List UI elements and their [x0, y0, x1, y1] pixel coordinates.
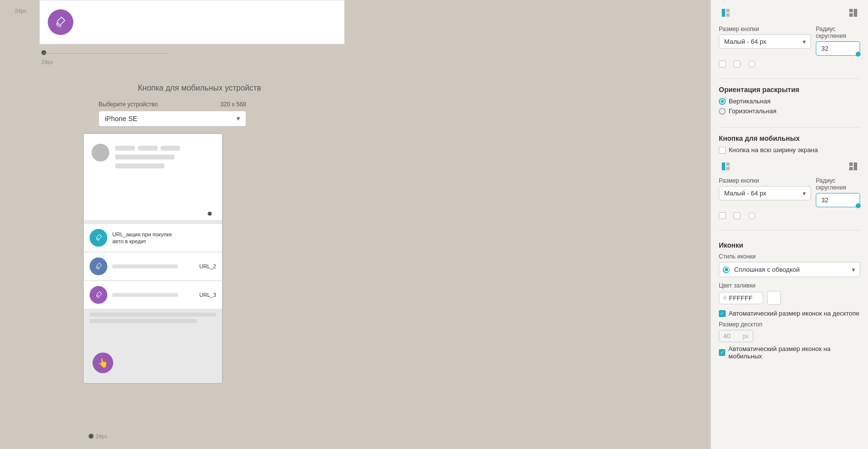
- divider-3: [719, 230, 860, 230]
- radius-input-wrap: [816, 41, 860, 56]
- color-swatch[interactable]: [767, 291, 781, 305]
- text-line-5: [115, 163, 164, 168]
- icons-section: Иконки Стиль иконки Сплошная с обводкой …: [719, 239, 860, 364]
- checkbox-empty-2[interactable]: [734, 61, 740, 67]
- text-line-4: [115, 155, 174, 160]
- fullwidth-checkbox[interactable]: [719, 147, 726, 154]
- mobile-button-section: Кнопка для мобильных Кнопка на всю ширин…: [719, 132, 860, 158]
- auto-mobile-label: Автоматический размер иконок на мобильны…: [728, 345, 860, 360]
- svg-rect-1: [726, 9, 730, 12]
- layout-left-button-2[interactable]: [719, 160, 733, 173]
- svg-rect-10: [849, 167, 853, 170]
- mobile-size-select-wrap: Малый - 64 рх Средний - 80 рх ▼: [719, 186, 811, 200]
- menu-line-3-1: [112, 293, 178, 297]
- checkbox-empty-1[interactable]: [719, 61, 726, 67]
- phone-gray-lines: [84, 310, 222, 326]
- auto-mobile-checkbox-row: Автоматический размер иконок на мобильны…: [719, 345, 860, 360]
- radio-vertical-label: Вертикальная: [729, 97, 771, 105]
- size-form-group: Размер кнопки Малый - 64 рх Средний - 80…: [719, 26, 811, 49]
- size-label: Размер кнопки: [719, 26, 811, 32]
- device-select[interactable]: iPhone SE iPhone 12 Samsung Galaxy S21: [98, 111, 246, 127]
- mobile-radius-form-group: Радиус скругления: [816, 177, 860, 207]
- mobile-button-title: Кнопка для мобильных: [719, 134, 860, 142]
- checkbox-row-2: [719, 212, 860, 219]
- layout-right-button[interactable]: [846, 6, 860, 20]
- checkbox-empty-3[interactable]: [719, 212, 726, 219]
- auto-desktop-label: Автоматический размер иконок на десктопе: [729, 310, 860, 317]
- mobile-size-form-row: Размер кнопки Малый - 64 рх Средний - 80…: [719, 177, 860, 207]
- layout-left-icon-2: [721, 161, 731, 171]
- size-row: рх: [719, 330, 860, 342]
- menu-item-3: 🏷 URL_3: [84, 281, 222, 309]
- fullwidth-label: Кнопка на всю ширину экрана: [729, 146, 818, 154]
- icon-style-label: Стиль иконки: [719, 253, 860, 260]
- ruler-left-label: 24px: [41, 59, 53, 65]
- checkbox-row-1: [719, 61, 860, 67]
- menu-icon-1: 🏷: [90, 229, 107, 247]
- phone-gray: 🏷 URL_акция при покупкеавто в кредит 🏷 U…: [84, 220, 222, 383]
- menu-lines-3: [112, 293, 194, 297]
- ruler-bottom-label: 24px: [96, 433, 107, 439]
- icon-style-select[interactable]: Сплошная с обводкой Контурная Заливка: [719, 262, 860, 277]
- orientation-section: Ориентация раскрытия Вертикальная Горизо…: [719, 84, 860, 117]
- size-input-wrap: рх: [719, 330, 753, 342]
- icon-style-select-wrap: Сплошная с обводкой Контурная Заливка ▼: [719, 262, 860, 277]
- menu-text-3: URL_3: [199, 291, 216, 298]
- orientation-title: Ориентация раскрытия: [719, 86, 860, 94]
- menu-text-2: URL_2: [199, 263, 216, 270]
- auto-mobile-checkbox[interactable]: [719, 349, 725, 356]
- device-selector-wrap: iPhone SE iPhone 12 Samsung Galaxy S21 ▼: [98, 111, 246, 127]
- radius-input[interactable]: [816, 41, 860, 56]
- color-row: #: [719, 291, 860, 305]
- menu-line-2-1: [112, 264, 178, 268]
- mobile-radius-input-wrap: [816, 193, 860, 207]
- divider-1: [719, 78, 860, 79]
- checkbox-item-2: [734, 61, 740, 67]
- layout-right-button-2[interactable]: [846, 160, 860, 173]
- radio-empty-1[interactable]: [748, 61, 755, 67]
- ruler-dot-top: [41, 50, 46, 55]
- radio-horizontal-circle[interactable]: [719, 108, 726, 115]
- size-select[interactable]: Малый - 64 рх Средний - 80 рх Большой - …: [719, 34, 811, 49]
- svg-rect-5: [854, 9, 857, 17]
- color-value-input[interactable]: [729, 294, 759, 302]
- radio-vertical-circle[interactable]: [719, 98, 726, 105]
- svg-rect-7: [726, 162, 730, 166]
- right-panel: Размер кнопки Малый - 64 рх Средний - 80…: [710, 0, 868, 449]
- mobile-radius-input[interactable]: [816, 193, 860, 207]
- checkbox-item-1: [719, 61, 726, 67]
- checkbox-item-4: [719, 212, 726, 219]
- icon-btn-row-top: [719, 6, 860, 20]
- radius-slider-dot: [856, 52, 861, 57]
- gray-line-1: [90, 313, 216, 317]
- icon-btn-row-bottom: [719, 160, 860, 173]
- mobile-size-select[interactable]: Малый - 64 рх Средний - 80 рх: [719, 186, 811, 200]
- gray-line-2: [90, 319, 197, 323]
- svg-rect-0: [722, 9, 725, 17]
- text-line-3: [161, 146, 180, 151]
- auto-desktop-checkbox[interactable]: [719, 310, 726, 317]
- svg-rect-9: [849, 162, 853, 166]
- top-card: 🏷: [39, 0, 345, 44]
- phone-top: [84, 134, 222, 220]
- mobile-radius-slider-dot: [856, 203, 861, 208]
- layout-left-icon: [721, 8, 731, 18]
- radio-empty-2[interactable]: [748, 212, 755, 219]
- auto-desktop-checkbox-row: Автоматический размер иконок на десктопе: [719, 310, 860, 317]
- layout-left-button[interactable]: [719, 6, 733, 20]
- checkbox-item-5: [734, 212, 740, 219]
- canvas-area: 24px 24px 🏷 Кнопка для мобильных устройс…: [0, 0, 710, 449]
- mobile-size-form-group: Размер кнопки Малый - 64 рх Средний - 80…: [719, 177, 811, 200]
- floating-fab[interactable]: 👆: [93, 353, 113, 373]
- radio-vertical: Вертикальная: [719, 97, 860, 105]
- button-size-section: Размер кнопки Малый - 64 рх Средний - 80…: [719, 26, 860, 61]
- ruler-top-label: 24px: [15, 8, 27, 14]
- checkbox-empty-4[interactable]: [734, 212, 740, 219]
- text-line-1: [115, 146, 135, 151]
- menu-icon-2: 🏷: [90, 257, 107, 275]
- size-form-row: Размер кнопки Малый - 64 рх Средний - 80…: [719, 26, 860, 56]
- menu-lines-2: [112, 264, 194, 268]
- size-select-wrap: Малый - 64 рх Средний - 80 рх Большой - …: [719, 34, 811, 49]
- phone-avatar: [92, 144, 109, 161]
- desktop-size-input[interactable]: [723, 332, 740, 340]
